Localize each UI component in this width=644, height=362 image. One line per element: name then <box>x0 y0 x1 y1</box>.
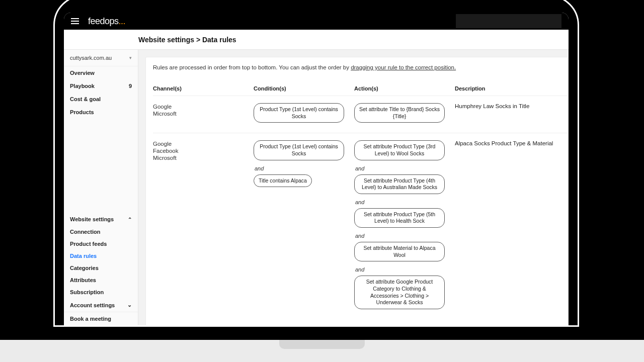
table-row[interactable]: GoogleFacebookMicrosoftProduct Type (1st… <box>153 133 568 319</box>
condition-chip[interactable]: Title contains Alpaca <box>254 174 312 188</box>
top-bar: feedops... <box>64 13 569 30</box>
brand-name: feedops <box>88 16 119 26</box>
actions-cell: Set attribute Title to {Brand} Socks {Ti… <box>354 103 455 126</box>
menu-icon[interactable] <box>71 18 79 24</box>
and-separator: and <box>355 266 455 273</box>
chevron-down-icon: ⌄ <box>127 302 132 308</box>
chevron-up-icon: ⌃ <box>128 217 132 222</box>
header-actions: Action(s) <box>354 85 455 92</box>
channel-label: Google <box>153 103 254 110</box>
topbar-right-slot <box>456 14 561 28</box>
sidebar-item-book-meeting[interactable]: Book a meeting <box>64 312 138 325</box>
sidebar-item-cost-goal[interactable]: Cost & goal <box>64 93 138 106</box>
brand-dots: ... <box>119 16 126 26</box>
action-chip[interactable]: Set attribute Product Type (4th Level) t… <box>354 174 445 194</box>
header-conditions: Condition(s) <box>254 85 354 92</box>
rules-body: GoogleMicrosoftProduct Type (1st Level) … <box>153 96 568 319</box>
sidebar-section-label: Account settings <box>70 302 115 308</box>
page-title: Website settings > Data rules <box>138 36 236 44</box>
condition-chip[interactable]: Product Type (1st Level) contains Socks <box>254 103 344 123</box>
channels-cell: GoogleMicrosoft <box>153 103 254 126</box>
and-separator: and <box>355 165 455 171</box>
site-selector[interactable]: cuttysark.com.au ▾ <box>64 50 138 66</box>
and-separator: and <box>355 233 455 239</box>
sidebar-item-data-rules[interactable]: Data rules <box>64 250 138 262</box>
and-separator: and <box>355 199 455 205</box>
channel-label: Microsoft <box>153 154 254 161</box>
description-cell: Alpaca Socks Product Type & Material <box>455 140 568 312</box>
action-chip[interactable]: Set attribute Google Product Category to… <box>354 276 445 309</box>
table-row[interactable]: GoogleMicrosoftProduct Type (1st Level) … <box>153 96 568 133</box>
brand-logo[interactable]: feedops... <box>88 16 125 27</box>
action-chip[interactable]: Set attribute Product Type (5th Level) t… <box>354 208 445 228</box>
channel-label: Google <box>153 140 254 147</box>
sidebar-section-label: Website settings <box>70 216 114 222</box>
header-description: Description <box>455 85 568 92</box>
sidebar-item-playbook[interactable]: Playbook 9 <box>64 79 138 93</box>
header-channels: Channel(s) <box>153 85 254 92</box>
sidebar-item-categories[interactable]: Categories <box>64 262 138 274</box>
condition-chip[interactable]: Product Type (1st Level) contains Socks <box>254 140 344 160</box>
playbook-badge: 9 <box>129 83 132 89</box>
site-name: cuttysark.com.au <box>70 55 112 61</box>
action-chip[interactable]: Set attribute Product Type (3rd Level) t… <box>354 140 445 160</box>
help-text: Rules are processed in order from top to… <box>153 64 568 70</box>
channel-label: Facebook <box>153 147 254 154</box>
table-header: Channel(s) Condition(s) Action(s) Descri… <box>153 85 568 96</box>
sidebar-section-website-settings[interactable]: Website settings ⌃ <box>64 213 138 226</box>
chevron-down-icon: ▾ <box>129 55 132 60</box>
description-cell: Humphrey Law Socks in Title <box>455 103 568 126</box>
action-chip[interactable]: Set attribute Material to Alpaca Wool <box>354 242 445 261</box>
actions-cell: Set attribute Product Type (3rd Level) t… <box>354 140 455 312</box>
channels-cell: GoogleFacebookMicrosoft <box>153 140 254 312</box>
action-chip[interactable]: Set attribute Title to {Brand} Socks {Ti… <box>354 103 445 123</box>
main-content: Rules are processed in order from top to… <box>138 50 569 325</box>
sidebar-item-label: Playbook <box>70 83 95 89</box>
trackpad-notch <box>279 340 365 349</box>
rules-table: Channel(s) Condition(s) Action(s) Descri… <box>153 85 568 319</box>
sidebar-section-account-settings[interactable]: Account settings ⌄ <box>64 298 138 312</box>
sidebar-item-products[interactable]: Products <box>64 106 138 119</box>
channel-label: Microsoft <box>153 110 254 117</box>
sidebar: cuttysark.com.au ▾ Overview Playbook 9 C… <box>64 50 138 325</box>
conditions-cell: Product Type (1st Level) contains Socks <box>254 103 354 126</box>
and-separator: and <box>255 165 354 171</box>
rules-panel: Rules are processed in order from top to… <box>145 57 569 325</box>
sidebar-item-subscription[interactable]: Subscription <box>64 286 138 298</box>
sidebar-item-attributes[interactable]: Attributes <box>64 274 138 286</box>
conditions-cell: Product Type (1st Level) contains Socksa… <box>254 140 354 312</box>
sidebar-item-connection[interactable]: Connection <box>64 226 138 238</box>
sidebar-item-overview[interactable]: Overview <box>64 66 138 79</box>
sidebar-item-product-feeds[interactable]: Product feeds <box>64 238 138 250</box>
breadcrumb-bar: Website settings > Data rules <box>64 30 569 50</box>
